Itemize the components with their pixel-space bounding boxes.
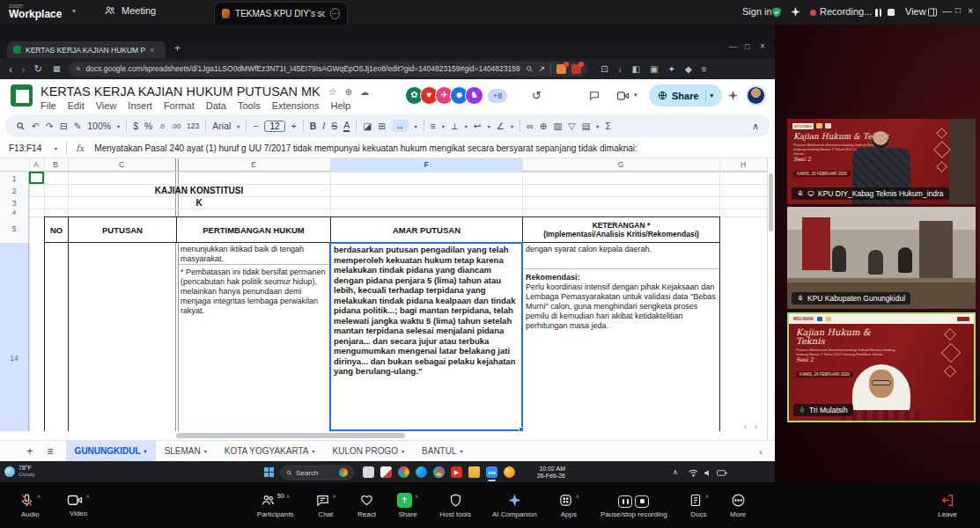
vertical-align-icon[interactable]: ⊥: [451, 121, 459, 131]
tab-close-icon[interactable]: ×: [150, 46, 154, 55]
cell-pertimbangan-p2[interactable]: * Pembatasan ini tidak bersifat permanen…: [181, 268, 328, 316]
sheet-tab-caret-icon[interactable]: ▾: [461, 448, 463, 454]
number-format-icon[interactable]: 123: [187, 121, 199, 130]
print-icon[interactable]: ⊟: [60, 121, 68, 131]
tab-shared-screen[interactable]: TEKMAS KPU DIY's screen ⋯: [214, 2, 348, 25]
taskbar-icon-explorer[interactable]: [468, 466, 480, 478]
rotation-caret-icon[interactable]: ▾: [511, 123, 513, 129]
header-cell-pertimbangan[interactable]: PERTIMBANGAN HUKUM: [176, 216, 331, 243]
security-shield-icon[interactable]: [770, 6, 783, 18]
download-icon[interactable]: ↓: [618, 64, 623, 74]
collapse-toolbar-icon[interactable]: ∧: [752, 121, 759, 131]
header-cell-keterangan[interactable]: KETERANGAN * (Implementasi/Analisis Krit…: [522, 216, 720, 243]
menu-edit[interactable]: Edit: [68, 100, 85, 111]
taskbar-search[interactable]: Search: [280, 466, 354, 480]
taskbar-icon-chrome[interactable]: [433, 466, 445, 478]
horizontal-align-icon[interactable]: ≡: [431, 121, 436, 131]
host-tools-button[interactable]: Host tools: [439, 493, 471, 518]
col-header-c[interactable]: C: [108, 160, 135, 169]
gemini-icon[interactable]: [727, 90, 739, 101]
merge-caret-icon[interactable]: ▾: [415, 123, 417, 129]
zoom-select[interactable]: 100%: [87, 121, 111, 131]
spreadsheet-grid[interactable]: A B C E F G H 1 2 3 4 5 14 KAJIAN KONST: [0, 158, 775, 440]
audio-button[interactable]: ∧ Audio: [19, 493, 41, 518]
increase-font-size-icon[interactable]: +: [291, 121, 297, 131]
share-page-icon[interactable]: ↗: [539, 64, 546, 73]
menu-insert[interactable]: Insert: [128, 100, 152, 111]
chat-button[interactable]: ∧ Chat: [315, 493, 336, 518]
star-icon[interactable]: ☆: [328, 86, 337, 98]
header-cell-putusan[interactable]: PUTUSAN: [68, 216, 177, 243]
taskbar-clock[interactable]: 10:02 AM 26-Feb-26: [537, 466, 565, 480]
cell-pertimbangan-p1[interactable]: menunjukkan iktikad baik di tengah masya…: [181, 245, 328, 264]
collaborator-avatar[interactable]: ♞: [465, 86, 483, 105]
toolbar-search-icon[interactable]: [16, 121, 26, 131]
close-window-button[interactable]: ×: [968, 5, 973, 16]
font-caret-icon[interactable]: ▾: [237, 123, 239, 129]
bold-icon[interactable]: B: [310, 121, 317, 131]
share-screen-button[interactable]: ∧ Share: [397, 493, 418, 518]
zoom-workplace-logo[interactable]: zoom Workplace: [9, 3, 62, 19]
pause-recording-icon[interactable]: [618, 495, 632, 508]
functions-icon[interactable]: Σ: [605, 121, 611, 131]
increase-decimals-icon[interactable]: .00: [171, 122, 181, 130]
meet-camera-icon[interactable]: [616, 91, 630, 101]
site-info-icon[interactable]: ≈: [76, 64, 80, 73]
col-header-e[interactable]: E: [240, 160, 267, 169]
extension-icon-1[interactable]: [556, 64, 566, 74]
views-caret-icon[interactable]: ▾: [596, 123, 599, 129]
more-button[interactable]: More: [730, 493, 746, 518]
taskbar-icon-mail[interactable]: [380, 466, 392, 478]
back-icon[interactable]: ‹: [9, 62, 12, 76]
sheet-tab-kulon-progo[interactable]: KULON PROGO ▾: [324, 441, 413, 462]
ai-sparkle-icon[interactable]: [790, 6, 801, 18]
split-screen-icon[interactable]: ◧: [632, 64, 640, 74]
minimize-window-button[interactable]: —: [942, 5, 952, 16]
col-header-h[interactable]: H: [730, 160, 756, 169]
cell-keterangan-p1[interactable]: dengan syarat calon kepala daerah.: [526, 245, 716, 254]
cell-rekomendasi-title[interactable]: Rekomendasi:: [526, 273, 716, 282]
add-sheet-button[interactable]: +: [26, 444, 33, 458]
leave-button[interactable]: Leave: [938, 493, 957, 518]
forward-icon[interactable]: ›: [21, 62, 25, 76]
zoom-caret-icon[interactable]: ▾: [117, 123, 120, 129]
sheet-tab-sleman[interactable]: SLEMAN ▾: [156, 441, 216, 462]
row-header-14[interactable]: 14: [0, 354, 28, 363]
sheet-tab-gunungkidul[interactable]: GUNUNGKIDUL ▾: [66, 441, 156, 462]
wifi-icon[interactable]: [689, 469, 698, 477]
decrease-decimals-icon[interactable]: .0: [158, 122, 165, 130]
all-sheets-button[interactable]: ≡: [48, 445, 54, 458]
row-header-1[interactable]: 1: [0, 174, 28, 183]
new-tab-button[interactable]: +: [174, 42, 181, 55]
taskbar-icon-edge[interactable]: [416, 466, 427, 478]
menu-view[interactable]: View: [96, 100, 117, 111]
font-select[interactable]: Arial: [212, 121, 231, 131]
share-caret-icon[interactable]: ▾: [711, 92, 714, 99]
menu-file[interactable]: File: [41, 100, 56, 111]
view-layout-icon[interactable]: [927, 7, 938, 18]
reload-icon[interactable]: ↻: [34, 63, 42, 75]
browser-restore-button[interactable]: □: [745, 42, 749, 51]
url-pill[interactable]: ≈ docs.google.com/spreadsheets/d/1Jga1LS…: [69, 62, 588, 77]
text-wrap-icon[interactable]: ↩: [474, 121, 482, 131]
decrease-font-size-icon[interactable]: −: [253, 121, 258, 131]
tray-overflow-icon[interactable]: ∧: [673, 468, 678, 476]
menu-help[interactable]: Help: [330, 100, 350, 111]
undo-icon[interactable]: ↶: [32, 121, 40, 131]
collaborator-overflow-badge[interactable]: +8: [488, 89, 507, 103]
fill-color-icon[interactable]: ◪: [363, 121, 372, 131]
name-box-caret-icon[interactable]: ▾: [55, 145, 57, 151]
currency-format-icon[interactable]: $: [133, 121, 138, 131]
video-tile-2[interactable]: KPU Kabupaten Gunungkidul: [787, 207, 976, 309]
merge-cells-icon[interactable]: ↔: [392, 120, 409, 132]
sheet-tab-bantul[interactable]: BANTUL ▾: [413, 441, 471, 462]
scroll-right-icon[interactable]: ›: [755, 422, 757, 431]
text-rotation-icon[interactable]: ∠: [497, 121, 505, 131]
taskbar-icon-photos[interactable]: [398, 466, 409, 478]
row-header-4[interactable]: 4: [0, 209, 28, 216]
taskbar-icon-youtube[interactable]: ▶: [451, 466, 462, 478]
borders-icon[interactable]: ⊞: [378, 121, 386, 131]
taskbar-icon-firefox[interactable]: [504, 466, 515, 478]
row-header-5[interactable]: 5: [0, 224, 28, 233]
italic-icon[interactable]: I: [322, 121, 325, 131]
